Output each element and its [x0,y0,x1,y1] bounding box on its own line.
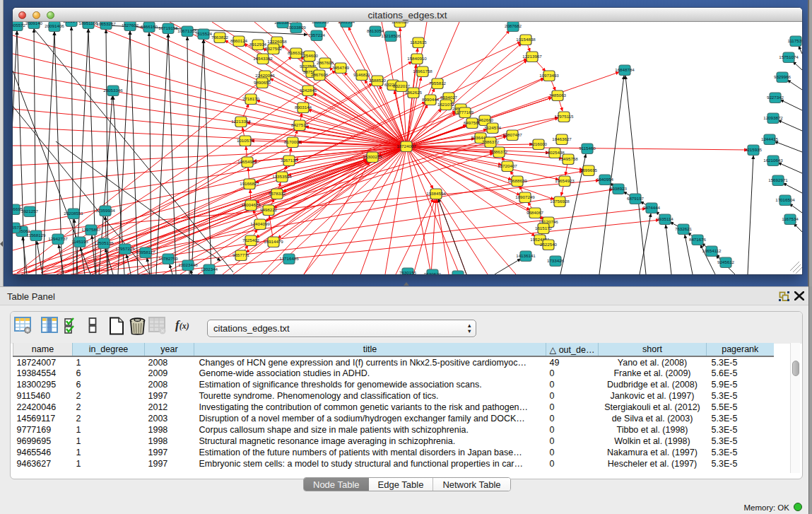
svg-text:8427512: 8427512 [291,122,309,127]
svg-text:2522540: 2522540 [540,242,558,247]
svg-text:12213967: 12213967 [522,54,542,59]
svg-text:15751074: 15751074 [779,54,799,59]
svg-text:16543362: 16543362 [253,56,273,61]
svg-text:15300275: 15300275 [363,154,382,159]
svg-text:23053346: 23053346 [103,88,123,93]
svg-text:1254600: 1254600 [301,53,319,58]
svg-text:18463627: 18463627 [552,136,572,141]
svg-text:1003381: 1003381 [274,22,292,25]
svg-text:9327502: 9327502 [265,46,283,51]
svg-text:8322017: 8322017 [393,83,411,88]
svg-text:17016504: 17016504 [775,197,795,202]
svg-text:1895144: 1895144 [63,22,81,23]
svg-text:3921257: 3921257 [21,209,39,214]
svg-text:15720407: 15720407 [498,163,517,168]
svg-text:10782759: 10782759 [158,256,178,261]
svg-text:19654982: 19654982 [237,159,257,164]
svg-text:1615172: 1615172 [535,226,553,230]
svg-text:19384554: 19384554 [426,191,446,196]
svg-text:1588520: 1588520 [369,78,387,83]
svg-text:7386372: 7386372 [482,139,500,144]
svg-text:1244415: 1244415 [761,136,779,141]
svg-text:8990444: 8990444 [422,97,440,102]
svg-text:2867608: 2867608 [311,72,329,77]
svg-text:9242845: 9242845 [300,88,317,93]
svg-text:12226058: 12226058 [267,39,287,44]
svg-text:2087682: 2087682 [505,23,522,28]
svg-text:12023448: 12023448 [178,262,198,267]
svg-text:18724007: 18724007 [396,144,416,148]
svg-text:8170000: 8170000 [284,139,302,144]
svg-text:9474444: 9474444 [643,205,661,210]
svg-text:1733426: 1733426 [547,258,565,263]
svg-text:8471676: 8471676 [689,237,707,242]
svg-text:10973493: 10973493 [539,73,559,78]
svg-text:9657771: 9657771 [233,252,250,257]
svg-text:16914479: 16914479 [264,239,283,244]
svg-text:10154838: 10154838 [516,37,536,42]
svg-text:1162615: 1162615 [410,40,427,45]
svg-text:2009140: 2009140 [25,22,43,25]
svg-text:10688639: 10688639 [507,178,527,183]
svg-text:17359934: 17359934 [95,208,115,213]
svg-text:6879197: 6879197 [627,196,645,201]
svg-text:3267130: 3267130 [281,158,298,163]
svg-text:9630620: 9630620 [424,271,442,274]
svg-text:12213363: 12213363 [231,119,251,124]
svg-text:10719155: 10719155 [158,25,178,30]
svg-text:9777169: 9777169 [457,110,474,115]
svg-text:7386372: 7386372 [490,149,508,154]
svg-text:7357224: 7357224 [308,33,326,37]
svg-text:6216000: 6216000 [530,141,548,146]
svg-text:3454749: 3454749 [332,65,350,70]
svg-text:2718170: 2718170 [242,96,260,101]
svg-text:1362625: 1362625 [405,90,423,95]
svg-text:1145193: 1145193 [71,239,88,244]
svg-text:13353594: 13353594 [272,174,292,179]
svg-text:15692971: 15692971 [768,177,788,182]
svg-text:9227342: 9227342 [767,95,784,100]
svg-text:9329966: 9329966 [774,74,792,79]
svg-text:9146821: 9146821 [353,72,371,77]
svg-text:1831305: 1831305 [312,22,329,24]
svg-text:6466160: 6466160 [141,24,158,29]
svg-text:7955812: 7955812 [429,81,447,86]
svg-text:22420046: 22420046 [255,73,275,78]
svg-text:16004678: 16004678 [241,202,261,207]
svg-text:9699695: 9699695 [580,168,598,173]
svg-text:7663822: 7663822 [211,35,229,40]
svg-text:1405572: 1405572 [13,23,26,28]
svg-text:9498222: 9498222 [260,207,278,212]
svg-text:1167534: 1167534 [782,216,799,221]
svg-text:10025438: 10025438 [545,150,565,155]
svg-text:1010575: 1010575 [237,138,254,143]
svg-text:5938923: 5938923 [610,186,628,191]
svg-text:7630155: 7630155 [399,270,417,274]
svg-text:8912934: 8912934 [249,42,267,47]
svg-text:1202344: 1202344 [201,267,218,271]
svg-text:10653267: 10653267 [96,22,116,26]
svg-text:3215935: 3215935 [745,147,763,152]
svg-text:16848784: 16848784 [615,67,635,72]
svg-text:13495758: 13495758 [558,156,578,161]
svg-text:13716485: 13716485 [279,256,299,261]
svg-text:16961758: 16961758 [413,69,433,74]
svg-text:10033809: 10033809 [286,25,306,30]
svg-text:18907249: 18907249 [515,194,535,199]
svg-text:10958117: 10958117 [136,250,155,255]
svg-text:1061554: 1061554 [338,22,355,24]
svg-text:19654923: 19654923 [555,178,575,183]
svg-text:8660124: 8660124 [230,38,248,43]
svg-text:12093872: 12093872 [763,115,783,120]
svg-text:1117539: 1117539 [787,38,802,43]
svg-text:10756928: 10756928 [550,199,570,204]
svg-text:7462660: 7462660 [476,117,494,122]
svg-text:9115460: 9115460 [579,146,596,151]
svg-text:19166827: 19166827 [240,181,259,186]
svg-text:3124574: 3124574 [484,125,502,130]
svg-text:17975115: 17975115 [554,114,574,119]
svg-text:13975867: 13975867 [81,227,101,232]
svg-text:9245612: 9245612 [717,259,735,264]
svg-text:7515524: 7515524 [195,31,213,36]
svg-text:7632621: 7632621 [675,226,693,231]
